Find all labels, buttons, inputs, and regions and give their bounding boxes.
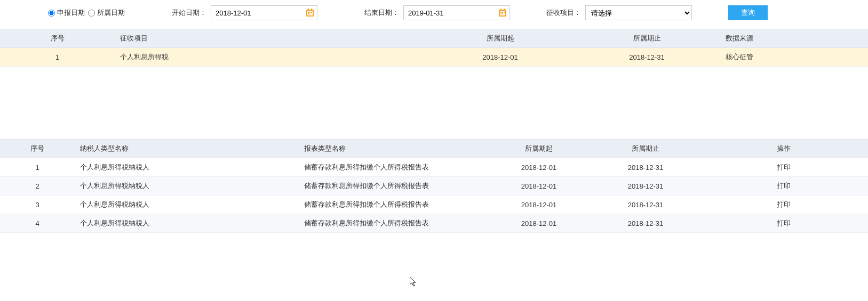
cell-end: 2018-12-31: [592, 177, 699, 196]
cell-type: 个人利息所得税纳税人: [75, 158, 299, 177]
cell-start: 2018-12-01: [485, 214, 592, 233]
table-gap: [0, 67, 868, 136]
start-date-label: 开始日期：: [172, 8, 206, 18]
start-date-input[interactable]: [211, 5, 317, 20]
col-report: 报表类型名称: [299, 140, 485, 158]
cell-start: 2018-12-01: [485, 177, 592, 196]
cell-op: 打印: [699, 177, 868, 196]
table-row[interactable]: 1 个人利息所得税 2018-12-01 2018-12-31 核心征管: [0, 48, 868, 67]
project-label: 征收项目：: [546, 8, 581, 18]
cell-start: 2018-12-01: [485, 158, 592, 177]
end-date-label: 结束日期：: [364, 8, 399, 18]
filter-bar: 申报日期 所属日期 开始日期： 结束日期： 征收项目： 请选择 查询: [0, 0, 868, 26]
cell-seq: 3: [0, 196, 75, 214]
radio-declare-text: 申报日期: [57, 8, 85, 18]
cell-end: 2018-12-31: [592, 158, 699, 177]
print-link[interactable]: 打印: [777, 219, 791, 227]
col-source: 数据来源: [720, 29, 868, 48]
cell-start: 2018-12-01: [485, 196, 592, 214]
project-select[interactable]: 请选择: [585, 5, 692, 20]
radio-belong[interactable]: [88, 10, 95, 17]
cell-end: 2018-12-31: [592, 196, 699, 214]
cell-report: 储蓄存款利息所得扣缴个人所得税报告表: [299, 214, 485, 233]
cell-op: 打印: [699, 214, 868, 233]
cell-seq: 2: [0, 177, 75, 196]
cell-report: 储蓄存款利息所得扣缴个人所得税报告表: [299, 177, 485, 196]
date-type-radio-group: 申报日期 所属日期: [48, 8, 125, 18]
radio-belong-text: 所属日期: [97, 8, 125, 18]
cell-seq: 4: [0, 214, 75, 233]
col-end: 所属期止: [592, 140, 699, 158]
col-item: 征收项目: [115, 29, 427, 48]
cell-seq: 1: [0, 158, 75, 177]
col-type: 纳税人类型名称: [75, 140, 299, 158]
radio-declare-label[interactable]: 申报日期: [48, 8, 85, 18]
col-end: 所属期止: [574, 29, 720, 48]
table-row: 1个人利息所得税纳税人储蓄存款利息所得扣缴个人所得税报告表2018-12-012…: [0, 158, 868, 177]
end-date-wrap: [403, 5, 510, 20]
end-date-input[interactable]: [403, 5, 510, 20]
table-row: 3个人利息所得税纳税人储蓄存款利息所得扣缴个人所得税报告表2018-12-012…: [0, 196, 868, 214]
print-link[interactable]: 打印: [777, 163, 791, 171]
cell-item: 个人利息所得税: [115, 48, 427, 67]
cell-seq: 1: [0, 48, 115, 67]
report-table: 序号 纳税人类型名称 报表类型名称 所属期起 所属期止 操作 1个人利息所得税纳…: [0, 139, 868, 233]
table-row: 2个人利息所得税纳税人储蓄存款利息所得扣缴个人所得税报告表2018-12-012…: [0, 177, 868, 196]
col-seq: 序号: [0, 140, 75, 158]
cell-type: 个人利息所得税纳税人: [75, 196, 299, 214]
cell-start: 2018-12-01: [427, 48, 574, 67]
table-header-row: 序号 征收项目 所属期起 所属期止 数据来源: [0, 29, 868, 48]
cell-report: 储蓄存款利息所得扣缴个人所得税报告表: [299, 158, 485, 177]
col-start: 所属期起: [427, 29, 574, 48]
col-op: 操作: [699, 140, 868, 158]
cell-report: 储蓄存款利息所得扣缴个人所得税报告表: [299, 196, 485, 214]
table-row: 4个人利息所得税纳税人储蓄存款利息所得扣缴个人所得税报告表2018-12-012…: [0, 214, 868, 233]
print-link[interactable]: 打印: [777, 200, 791, 208]
start-date-wrap: [211, 5, 317, 20]
query-button[interactable]: 查询: [728, 5, 768, 20]
radio-belong-label[interactable]: 所属日期: [88, 8, 125, 18]
cell-end: 2018-12-31: [574, 48, 720, 67]
collection-table: 序号 征收项目 所属期起 所属期止 数据来源 1 个人利息所得税 2018-12…: [0, 29, 868, 67]
radio-declare[interactable]: [48, 10, 55, 17]
cell-source: 核心征管: [720, 48, 868, 67]
col-seq: 序号: [0, 29, 115, 48]
cell-op: 打印: [699, 158, 868, 177]
cell-end: 2018-12-31: [592, 214, 699, 233]
print-link[interactable]: 打印: [777, 182, 791, 190]
col-start: 所属期起: [485, 140, 592, 158]
table-header-row: 序号 纳税人类型名称 报表类型名称 所属期起 所属期止 操作: [0, 140, 868, 158]
cell-op: 打印: [699, 196, 868, 214]
cell-type: 个人利息所得税纳税人: [75, 214, 299, 233]
cell-type: 个人利息所得税纳税人: [75, 177, 299, 196]
